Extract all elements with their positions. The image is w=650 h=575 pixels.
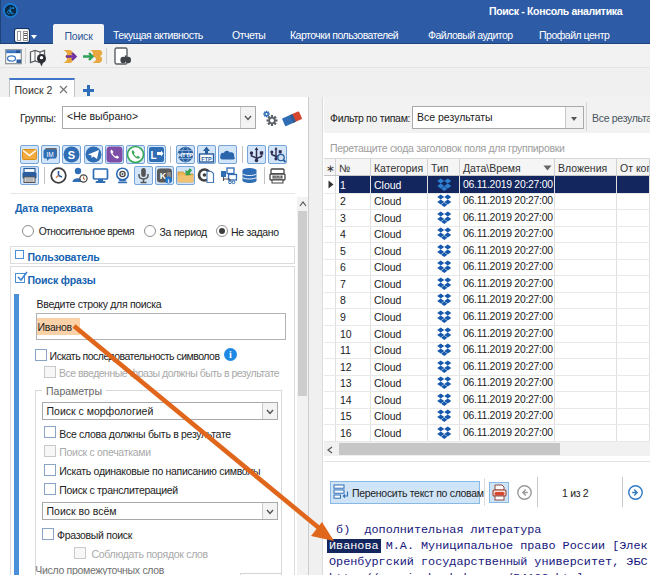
svg-text:i: i [168,176,170,183]
svg-text:FTP: FTP [201,155,212,161]
svg-text:L: L [151,149,157,160]
svg-text:IM: IM [47,150,54,157]
svg-text:OCR: OCR [274,175,282,179]
svg-text:HTTP: HTTP [177,152,193,158]
svg-text:S: S [68,148,75,160]
